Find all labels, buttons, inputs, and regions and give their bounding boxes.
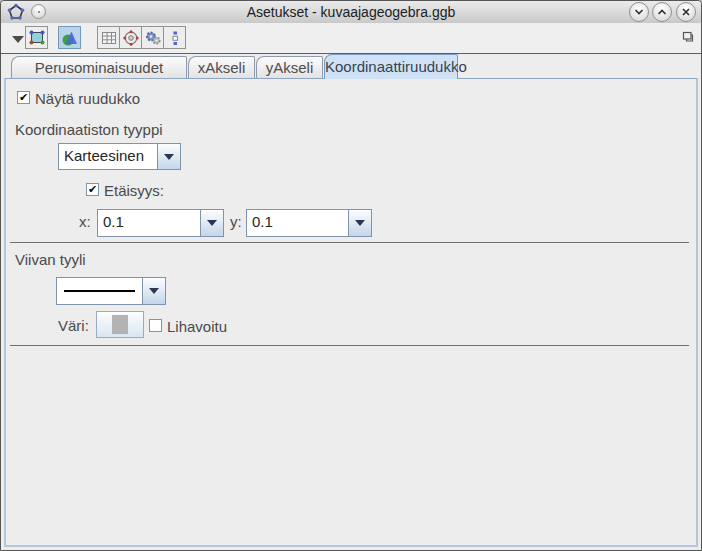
view-toolbar bbox=[1, 23, 701, 54]
close-button[interactable] bbox=[676, 2, 696, 22]
graphics-view-button[interactable] bbox=[58, 26, 81, 49]
object-properties-button[interactable] bbox=[25, 26, 48, 49]
window-restore-icon bbox=[681, 30, 695, 44]
spreadsheet-icon bbox=[100, 29, 118, 47]
coord-type-value: Karteesinen bbox=[59, 144, 157, 169]
dropdown-arrow-icon[interactable] bbox=[142, 278, 165, 304]
x-distance-combobox[interactable]: 0.1 bbox=[97, 209, 224, 237]
color-swatch bbox=[112, 315, 128, 334]
object-properties-icon bbox=[28, 29, 46, 47]
chevron-up-icon bbox=[656, 6, 668, 18]
toolbar-menu-arrow-icon[interactable] bbox=[12, 36, 24, 43]
chevron-down-icon bbox=[633, 6, 645, 18]
layout-button[interactable] bbox=[163, 26, 186, 49]
y-distance-value[interactable]: 0.1 bbox=[247, 210, 348, 236]
spreadsheet-view-button[interactable] bbox=[97, 26, 120, 49]
grid-color-button[interactable] bbox=[96, 311, 144, 338]
settings-window: Asetukset - kuvaajageogebra.ggb bbox=[0, 0, 702, 551]
distance-label: Etäisyys: bbox=[104, 182, 164, 199]
graphics-view-icon bbox=[61, 29, 79, 47]
show-grid-checkbox[interactable]: ✔ bbox=[17, 91, 30, 104]
minimize-button[interactable] bbox=[629, 2, 649, 22]
dropdown-arrow-icon[interactable] bbox=[157, 144, 180, 169]
y-distance-label: y: bbox=[230, 213, 242, 230]
wheel-icon bbox=[122, 29, 140, 47]
layout-icon bbox=[166, 29, 184, 47]
settings-tabbar: Perusominaisuudet xAkseli yAkseli Koordi… bbox=[1, 53, 701, 78]
tab-yakseli[interactable]: yAkseli bbox=[256, 56, 323, 78]
tab-perusominaisuudet[interactable]: Perusominaisuudet bbox=[11, 56, 187, 78]
y-distance-combobox[interactable]: 0.1 bbox=[246, 209, 372, 237]
separator bbox=[10, 345, 689, 346]
line-style-preview bbox=[57, 278, 142, 304]
tab-xakseli[interactable]: xAkseli bbox=[188, 56, 255, 78]
bold-label: Lihavoitu bbox=[167, 318, 227, 335]
window-title: Asetukset - kuvaajageogebra.ggb bbox=[1, 1, 701, 23]
gears-icon bbox=[144, 29, 162, 47]
check-icon: ✔ bbox=[88, 183, 97, 195]
dropdown-arrow-icon[interactable] bbox=[200, 210, 223, 236]
bold-checkbox[interactable] bbox=[149, 319, 162, 332]
line-style-select[interactable] bbox=[56, 277, 166, 305]
tab-koordinaattiruudukko[interactable]: Koordinaattiruudukko bbox=[324, 54, 458, 79]
distance-checkbox[interactable]: ✔ bbox=[86, 183, 99, 196]
defaults-button[interactable] bbox=[119, 26, 142, 49]
separator bbox=[10, 242, 689, 243]
close-icon bbox=[680, 6, 692, 18]
advanced-settings-button[interactable] bbox=[141, 26, 164, 49]
maximize-button[interactable] bbox=[652, 2, 672, 22]
titlebar[interactable]: Asetukset - kuvaajageogebra.ggb bbox=[1, 1, 701, 24]
show-grid-label: Näytä ruudukko bbox=[35, 90, 140, 107]
dropdown-arrow-icon[interactable] bbox=[348, 210, 371, 236]
color-label: Väri: bbox=[58, 317, 89, 334]
x-distance-value[interactable]: 0.1 bbox=[98, 210, 200, 236]
coord-type-select[interactable]: Karteesinen bbox=[58, 143, 181, 170]
line-style-label: Viivan tyyli bbox=[15, 251, 86, 268]
x-distance-label: x: bbox=[79, 213, 91, 230]
check-icon: ✔ bbox=[19, 91, 28, 103]
detach-view-button[interactable] bbox=[680, 29, 695, 44]
coord-type-label: Koordinaatiston tyyppi bbox=[15, 121, 163, 138]
